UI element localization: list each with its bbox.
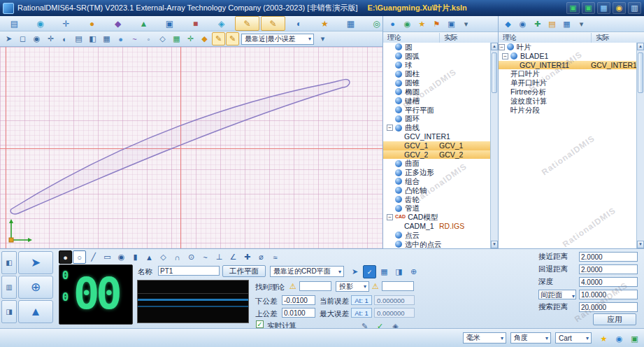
units-combo[interactable]: 毫米 (463, 332, 506, 344)
tab-probe[interactable]: ◉ (28, 16, 52, 31)
mode-line-icon[interactable]: ╱ (87, 250, 100, 264)
probe-comp-icon[interactable]: ⊕ (407, 265, 420, 278)
blade-tool-icon[interactable]: ◆ (501, 17, 515, 31)
label-display-icon[interactable]: ◇ (156, 32, 169, 45)
tree-item[interactable]: 平行平面 (383, 106, 490, 115)
realtime-checkbox[interactable] (256, 320, 264, 328)
scroll-down-icon[interactable]: ▼ (491, 241, 498, 248)
tree-item[interactable]: GCV_INTER11GCV_INTER11 (499, 61, 636, 70)
mode-point-icon[interactable]: ● (59, 250, 72, 264)
machine-view-mini-icon[interactable]: ▥ (1, 276, 17, 299)
mode-perpendicular-icon[interactable]: ⊥ (213, 250, 226, 264)
scrollbar-thumb[interactable] (492, 52, 497, 93)
tree-item[interactable]: 单开口叶片 (499, 78, 636, 87)
scrollbar-thumb[interactable] (638, 52, 643, 93)
machine-view-button[interactable]: ⊕ (18, 276, 53, 299)
param-input[interactable] (579, 277, 638, 287)
tree-item[interactable]: 球 (383, 61, 490, 70)
mode-ellipse-icon[interactable]: ◇ (157, 250, 170, 264)
probe-status-icon[interactable]: ◉ (613, 332, 626, 346)
snap-icon[interactable]: ◆ (198, 32, 211, 45)
projection-combo[interactable]: 投影 (336, 281, 369, 292)
blade-tree-scrollbar[interactable]: ▲ ▼ (636, 43, 644, 248)
axis-icon[interactable]: ✛ (184, 32, 197, 45)
select-icon[interactable]: ➤ (2, 32, 15, 45)
tab-measure[interactable]: ● (80, 16, 104, 31)
mode-diameter-icon[interactable]: ⌀ (255, 250, 268, 264)
evaluate-icon[interactable]: ◉ (401, 17, 414, 31)
tree-item[interactable]: −曲线 (383, 123, 490, 132)
tree-item[interactable]: GCV_INTER1 (383, 132, 490, 141)
expander-icon[interactable]: − (499, 44, 505, 50)
actual-column-header[interactable]: 实际 (591, 33, 644, 43)
scroll-up-icon[interactable]: ▲ (491, 43, 498, 50)
feature-ball-icon[interactable]: ● (386, 17, 399, 31)
panel-toggle-icon[interactable]: ▥ (628, 2, 641, 14)
tab-report[interactable]: ▣ (157, 16, 182, 31)
dro-status-icon[interactable]: ▣ (628, 332, 641, 346)
scroll-down-icon[interactable]: ▼ (637, 241, 644, 248)
tree-item[interactable]: 齿轮 (383, 195, 490, 204)
coordinate-system-combo[interactable]: Cart (555, 332, 592, 344)
chart-icon[interactable]: ▤ (545, 17, 559, 31)
work-plane-button[interactable]: 工作平面 (222, 265, 266, 277)
tree-item[interactable]: 键槽 (383, 97, 490, 106)
curve-display-icon[interactable]: ~ (128, 32, 141, 45)
mode-cylinder-icon[interactable]: ▮ (129, 250, 142, 264)
lower-tolerance-input[interactable] (282, 295, 315, 305)
param-input[interactable] (579, 302, 638, 312)
report-item-icon[interactable]: ▣ (445, 17, 458, 31)
tree-item[interactable]: 曲面 (383, 159, 490, 168)
tree-item[interactable]: 凸轮轴 (383, 186, 490, 195)
auto-vector-checkbox-icon[interactable]: ✓ (363, 265, 376, 278)
blade-profile-curve[interactable] (0, 47, 382, 248)
tree-item[interactable]: 波纹度计算 (499, 97, 636, 106)
probe-view-mini-icon[interactable]: ◧ (1, 251, 17, 274)
zoom-fit-icon[interactable]: ◉ (30, 32, 43, 45)
param-input[interactable] (579, 290, 638, 299)
fit-plane-combo[interactable]: 最靠近的CRD平面 (270, 266, 344, 277)
find-theory-input[interactable] (299, 281, 331, 291)
mode-angle-icon[interactable]: ∠ (227, 250, 240, 264)
mode-circle-icon[interactable]: ○ (73, 250, 86, 264)
tree-item[interactable]: 圆弧 (383, 52, 490, 61)
fit-mode-combo[interactable]: 最靠近|最小误差 (241, 34, 314, 45)
tree-item[interactable]: 点云 (383, 231, 490, 240)
zoom-window-icon[interactable]: ◻ (16, 32, 29, 45)
tab-construct[interactable]: ◆ (106, 16, 130, 31)
tab-view[interactable]: ◐ (287, 16, 311, 31)
edit-pen-icon[interactable]: ✎ (226, 32, 239, 45)
layers-icon[interactable]: ▦ (560, 17, 573, 31)
tree-item[interactable]: 圆锥 (383, 78, 490, 87)
tree-item[interactable]: −BLADE1 (499, 52, 636, 61)
tree-item[interactable]: 正多边形 (383, 168, 490, 177)
angle-combo[interactable]: 角度 (510, 332, 551, 344)
tool-view-button[interactable]: ▲ (18, 300, 53, 323)
tree-item[interactable]: 叶片分段 (499, 106, 636, 115)
feature-name-input[interactable] (158, 266, 220, 276)
shaded-icon[interactable]: ● (114, 32, 127, 45)
measure-pen-icon[interactable]: ✎ (212, 32, 225, 45)
tab-window[interactable]: ▦ (338, 16, 363, 31)
panel-more-icon[interactable]: ▾ (575, 17, 588, 31)
panel-more-icon[interactable]: ▾ (459, 17, 473, 31)
tab-annotate[interactable]: ✎ (261, 16, 285, 31)
tree-item[interactable]: 圆环 (383, 114, 490, 123)
mode-sphere-icon[interactable]: ◉ (115, 250, 128, 264)
network-monitor-icon[interactable]: ▣ (582, 2, 595, 14)
tab-cad[interactable]: ◈ (209, 16, 234, 31)
alarm-icon[interactable]: ◉ (613, 2, 626, 14)
tree-item[interactable]: 管道 (383, 204, 490, 213)
mode-cone-icon[interactable]: ▲ (143, 250, 156, 264)
tree-item[interactable]: Firtree分析 (499, 87, 636, 97)
alert-star-icon[interactable]: ★ (597, 332, 610, 346)
tree-item[interactable]: 圆柱 (383, 69, 490, 78)
remote-desktop-icon[interactable]: ▣ (566, 2, 580, 14)
flag-icon[interactable]: ⚑ (430, 17, 443, 31)
tree-item[interactable]: GCV_2GCV_2 (383, 150, 490, 160)
tab-tolerance[interactable]: ▲ (131, 16, 156, 31)
mode-construct-icon[interactable]: ✚ (241, 250, 254, 264)
mode-plane-icon[interactable]: ▭ (101, 250, 114, 264)
tree-item[interactable]: 选中的点云 (383, 240, 490, 248)
view-front-icon[interactable]: ▤ (72, 32, 85, 45)
